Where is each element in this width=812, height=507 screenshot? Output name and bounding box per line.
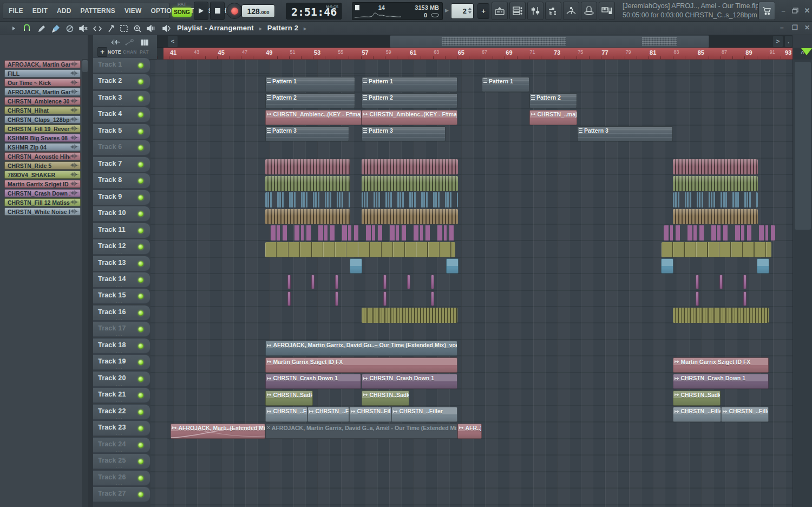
preview-speaker-icon[interactable]: [160, 23, 172, 34]
song-mode-button[interactable]: SONG: [172, 8, 192, 17]
track-mute-led[interactable]: [138, 145, 143, 151]
audio-clip[interactable]: ↦CHRSTN..Sadko: [673, 391, 721, 406]
add-track-button[interactable]: +: [97, 47, 107, 57]
breadcrumb-pattern[interactable]: Pattern 2: [267, 24, 298, 32]
audio-tick-clip[interactable]: [407, 275, 410, 289]
track-mute-led[interactable]: [138, 294, 143, 299]
track-header[interactable]: Track 21...: [93, 387, 150, 403]
minimize-button[interactable]: –: [778, 6, 788, 15]
audio-clip[interactable]: ↦CHRSTN_..maj): [529, 110, 577, 125]
sample-list-item[interactable]: CHRSTN_Fill 19_Reverse..: [4, 125, 81, 133]
audio-tick-clip[interactable]: [431, 275, 434, 289]
stop-button[interactable]: [210, 2, 225, 20]
track-size-grip[interactable]: ...: [116, 150, 123, 155]
slip-tool[interactable]: [105, 23, 117, 34]
paint-brush-tool[interactable]: [50, 23, 62, 34]
vertical-scrollbar-thumb[interactable]: [795, 62, 811, 230]
pattern-clip[interactable]: Pattern 1: [362, 77, 457, 92]
audio-clip[interactable]: [350, 258, 362, 274]
track-header[interactable]: Track 25...: [93, 453, 150, 469]
chopped-audio-clips[interactable]: [362, 209, 458, 224]
sample-list-item[interactable]: CHRSTN_Ambience 30 (K..: [4, 97, 81, 105]
track-mute-led[interactable]: [138, 211, 143, 217]
track-mute-led[interactable]: [138, 261, 143, 266]
sample-list-item[interactable]: KSHMR Big Snares 08: [4, 134, 81, 142]
track-size-grip[interactable]: ...: [116, 298, 123, 304]
stretch-tool[interactable]: [91, 23, 103, 34]
audio-tick-clip[interactable]: [743, 291, 746, 306]
track-mute-led[interactable]: [138, 112, 143, 118]
audio-clip[interactable]: ↦CHRSTN_Crash Down 1: [362, 374, 457, 389]
track-size-grip[interactable]: ...: [116, 266, 123, 271]
track-mute-led[interactable]: [138, 162, 143, 167]
add-pattern-button[interactable]: +: [477, 3, 489, 19]
track-header[interactable]: Track 15...: [93, 288, 150, 304]
tab-note[interactable]: NOTE: [108, 49, 121, 55]
track-size-grip[interactable]: ...: [116, 348, 123, 354]
zoom-tool[interactable]: [132, 23, 143, 34]
snap-magnet-icon[interactable]: [21, 23, 32, 34]
playlist-menu-arrow[interactable]: [8, 23, 19, 34]
shop-button[interactable]: [758, 2, 775, 20]
playlist-minimize-button[interactable]: –: [780, 24, 784, 31]
audio-clip[interactable]: ↦CHRSTN_Crash Down 1: [265, 374, 361, 389]
track-size-grip[interactable]: ...: [116, 315, 123, 321]
chopped-audio-clips[interactable]: [265, 209, 350, 224]
chopped-audio-clips[interactable]: [673, 308, 769, 323]
audio-clip[interactable]: ↦CHRSTN_..Filler: [673, 407, 721, 422]
pattern-spinner[interactable]: [468, 8, 472, 14]
audio-tick-clip[interactable]: [335, 291, 338, 306]
track-mute-led[interactable]: [138, 360, 143, 365]
playlist-close-button[interactable]: ✕: [804, 24, 810, 31]
sample-list-item[interactable]: CHRSTN_Fill 12 Matisse &..: [4, 198, 81, 206]
pat-tab-icon[interactable]: [139, 37, 150, 47]
track-size-grip[interactable]: ...: [116, 497, 123, 502]
audio-clip[interactable]: [661, 258, 673, 274]
play-button[interactable]: [194, 2, 208, 20]
menu-file[interactable]: FILE: [9, 7, 23, 15]
track-size-grip[interactable]: ...: [116, 414, 123, 420]
pattern-clip[interactable]: Pattern 3: [577, 126, 673, 141]
menu-add[interactable]: ADD: [57, 7, 71, 15]
track-size-grip[interactable]: ...: [116, 282, 123, 288]
pat-song-switch[interactable]: PAT SONG: [172, 2, 192, 20]
scroll-right-button[interactable]: >: [773, 36, 783, 47]
track-mute-led[interactable]: [138, 195, 143, 200]
sample-list-item[interactable]: FILL: [4, 69, 81, 77]
channel-rack-button[interactable]: [509, 2, 526, 20]
audio-clip[interactable]: [446, 258, 459, 274]
track-mute-led[interactable]: [138, 129, 143, 134]
chopped-audio-clips[interactable]: [673, 192, 758, 207]
ghost-clip[interactable]: ×AFROJACK, Martin Garrix, David G..a, Am…: [265, 424, 457, 439]
playlist-vertical-scrollbar[interactable]: [793, 60, 812, 507]
track-mute-led[interactable]: [138, 459, 143, 464]
track-header[interactable]: Track 8...: [93, 173, 150, 188]
track-size-grip[interactable]: ...: [116, 365, 123, 370]
sidebar-scrollbar-thumb[interactable]: [82, 60, 88, 72]
track-header[interactable]: Track 23...: [93, 420, 150, 436]
track-mute-led[interactable]: [138, 343, 143, 349]
track-mute-led[interactable]: [138, 410, 143, 415]
sample-list-item[interactable]: CHRSTN_Crash Down 1: [4, 189, 81, 197]
track-size-grip[interactable]: ...: [116, 332, 123, 337]
restore-button[interactable]: [790, 6, 800, 15]
sample-list-item[interactable]: CHRSTN_Claps_128bpm: [4, 115, 81, 123]
chopped-audio-clips[interactable]: [362, 192, 458, 207]
pat-mode-label[interactable]: PAT: [172, 2, 192, 7]
pattern-clip[interactable]: Pattern 2: [529, 93, 577, 108]
audio-clip[interactable]: ↦CHRSTN..Sadko: [362, 391, 409, 406]
track-header[interactable]: Track 13...: [93, 256, 150, 271]
pattern-clip[interactable]: Pattern 3: [362, 126, 446, 141]
track-mute-led[interactable]: [138, 310, 143, 316]
track-mute-led[interactable]: [138, 327, 143, 332]
chopped-audio-clips[interactable]: [673, 176, 758, 191]
track-header[interactable]: Track 22...: [93, 404, 150, 420]
mixer-button[interactable]: [527, 2, 543, 20]
track-mute-led[interactable]: [138, 443, 143, 448]
track-size-grip[interactable]: ...: [116, 68, 123, 73]
pattern-clip[interactable]: Pattern 2: [265, 93, 355, 108]
audio-clip[interactable]: ↦CHRSTN_..Filler: [307, 407, 349, 422]
audio-clip[interactable]: ↦CHRSTN..Filler: [349, 407, 391, 422]
audio-tick-clip[interactable]: [719, 275, 723, 289]
audio-clip[interactable]: ↦CHRSTN_Ambienc..(KEY - F#maj): [265, 110, 362, 125]
